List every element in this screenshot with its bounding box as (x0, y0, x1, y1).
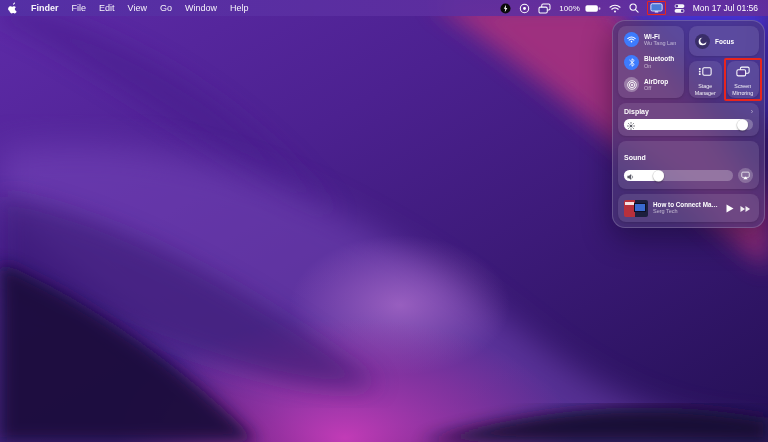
screen-mirroring-label: Screen Mirroring (728, 83, 759, 95)
spotlight-icon[interactable] (629, 3, 639, 13)
screen-mirroring-icon (736, 63, 750, 81)
fast-forward-button[interactable] (740, 199, 751, 217)
media-artist: Serg Tech (653, 208, 721, 215)
menu-item-finder[interactable]: Finder (31, 3, 59, 13)
control-center-icon[interactable] (674, 3, 685, 14)
speaker-icon (627, 167, 635, 185)
menu-bar-left: Finder File Edit View Go Window Help (8, 2, 248, 14)
airdrop-label: AirDrop (644, 78, 668, 85)
bluetooth-status: On (644, 63, 674, 69)
wifi-icon (624, 32, 639, 47)
focus-toggle[interactable]: Focus (689, 26, 759, 56)
airdrop-toggle[interactable]: AirDrop Off (624, 77, 678, 92)
brightness-sun-icon (627, 116, 635, 134)
control-center-panel: Wi-Fi Wu Tang Lan Bluetooth On AirDrop (612, 20, 765, 228)
apple-menu-icon[interactable] (8, 2, 18, 14)
wifi-network-name: Wu Tang Lan (644, 40, 676, 46)
wifi-toggle[interactable]: Wi-Fi Wu Tang Lan (624, 32, 678, 47)
screen-mirroring-button[interactable]: Screen Mirroring (727, 61, 760, 98)
sound-volume-slider[interactable] (624, 170, 733, 181)
display-brightness-slider[interactable] (624, 119, 753, 130)
display-active-icon[interactable] (650, 3, 663, 13)
focus-label: Focus (715, 38, 734, 45)
menu-bar: Finder File Edit View Go Window Help 100… (0, 0, 768, 16)
menu-item-file[interactable]: File (72, 3, 87, 13)
connectivity-card: Wi-Fi Wu Tang Lan Bluetooth On AirDrop (618, 26, 684, 98)
media-player[interactable]: How to Connect MacBo... Serg Tech (618, 194, 759, 222)
wifi-label: Wi-Fi (644, 33, 676, 40)
menu-bar-status: 100% Mon 17 Jul 01:56 (500, 1, 758, 15)
stage-manager-icon (698, 63, 712, 81)
menu-item-view[interactable]: View (128, 3, 147, 13)
menu-bar-clock[interactable]: Mon 17 Jul 01:56 (693, 3, 758, 13)
menu-item-help[interactable]: Help (230, 3, 249, 13)
media-title: How to Connect MacBo... (653, 201, 721, 209)
bluetooth-label: Bluetooth (644, 55, 674, 62)
stage-manager-button[interactable]: Stage Manager (689, 61, 722, 98)
moon-icon (695, 34, 710, 49)
display-section: Display › (618, 103, 759, 136)
menu-item-go[interactable]: Go (160, 3, 172, 13)
play-button[interactable] (726, 199, 734, 217)
display-label: Display (624, 108, 649, 115)
bluetooth-toggle[interactable]: Bluetooth On (624, 55, 678, 70)
battery-icon (585, 4, 601, 13)
media-thumbnail (624, 200, 648, 217)
bolt-circle-icon[interactable] (500, 3, 511, 14)
sound-slider-knob[interactable] (653, 170, 664, 181)
screen-mirroring-active-highlight (647, 1, 666, 15)
bluetooth-icon (624, 55, 639, 70)
wifi-status-icon[interactable] (609, 4, 621, 13)
display-slider-knob[interactable] (737, 119, 748, 130)
menu-item-window[interactable]: Window (185, 3, 217, 13)
stage-manager-label: Stage Manager (690, 83, 721, 95)
sound-section: Sound (618, 141, 759, 189)
airdrop-status: Off (644, 85, 668, 91)
airplay-audio-button[interactable] (738, 168, 753, 183)
battery-percent: 100% (559, 4, 579, 13)
sound-label: Sound (624, 154, 646, 161)
screen-mirroring-menubar-icon[interactable] (538, 3, 551, 14)
record-circle-icon[interactable] (519, 3, 530, 14)
chevron-right-icon[interactable]: › (751, 108, 753, 115)
airdrop-icon (624, 77, 639, 92)
menu-item-edit[interactable]: Edit (99, 3, 115, 13)
